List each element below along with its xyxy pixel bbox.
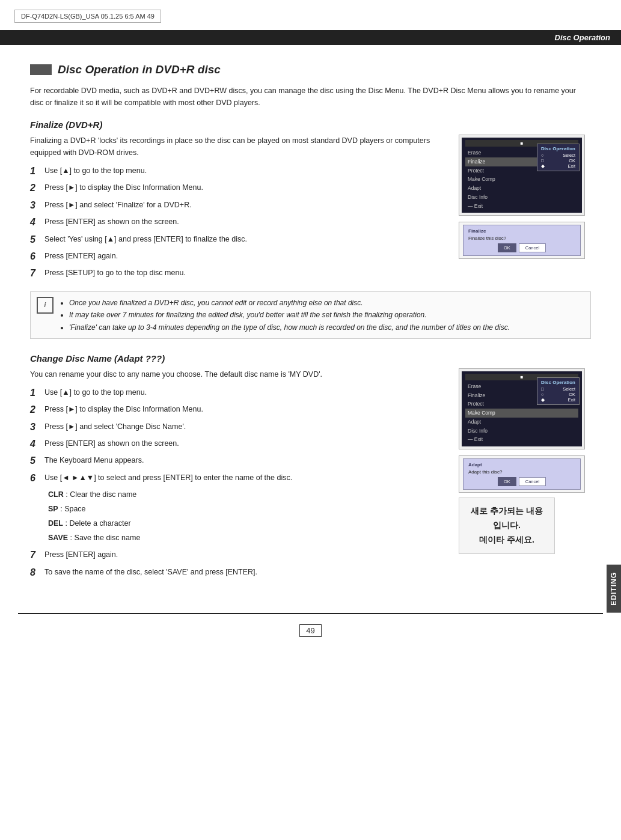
- change-disc-dialog-inner: Adapt Adapt this disc? OK Cancel: [463, 458, 581, 490]
- finalize-overlay-select: ○Select: [541, 153, 575, 158]
- section-main-title: Disc Operation in DVD+R disc: [58, 63, 221, 76]
- change-disc-layout: You can rename your disc to any name you…: [30, 368, 591, 583]
- change-disc-ok-button[interactable]: OK: [498, 477, 516, 486]
- finalize-dialog-title: Finalize: [468, 228, 575, 234]
- finalize-overlay-exit: ◆Exit: [541, 163, 575, 169]
- finalize-cancel-button[interactable]: Cancel: [519, 243, 546, 252]
- change-disc-overlay-exit: ◆Exit: [541, 397, 575, 403]
- change-disc-step-1: 1 Use [▲] to go to the top menu.: [30, 386, 447, 400]
- section-title-block: Disc Operation in DVD+R disc: [30, 63, 591, 76]
- finalize-step-2: 2 Press [►] to display the Disc Informat…: [30, 181, 447, 195]
- footer-rule: [18, 613, 603, 614]
- change-disc-screenshot-1: ■ Erase Finalize Protect Make Comp Adapt…: [459, 368, 585, 449]
- ss-menu-discinfo: Disc Info: [465, 193, 578, 202]
- change-disc-dialog-box: Adapt Adapt this disc? OK Cancel: [459, 455, 585, 493]
- korean-note-line1: 새로 추가되는 내용입니다.: [468, 504, 546, 533]
- change-disc-step-2: 2 Press [►] to display the Disc Informat…: [30, 403, 447, 416]
- change-disc-screenshots: ■ Erase Finalize Protect Make Comp Adapt…: [459, 368, 591, 554]
- finalize-steps-col: Finalizing a DVD+R 'locks' its recording…: [30, 135, 447, 284]
- finalize-step-3: 3 Press [►] and select 'Finalize' for a …: [30, 199, 447, 212]
- note-list: Once you have finalized a DVD+R disc, yo…: [60, 297, 510, 333]
- page-number-area: 49: [0, 626, 621, 635]
- cd-ss-menu-adapt: Adapt: [465, 418, 578, 427]
- finalize-overlay-title: Disc Operation: [541, 146, 575, 151]
- page-number: 49: [299, 624, 321, 637]
- finalize-intro: Finalizing a DVD+R 'locks' its recording…: [30, 135, 447, 159]
- finalize-heading: Finalize (DVD+R): [30, 120, 591, 130]
- section-intro: For recordable DVD media, such as DVD+R …: [30, 85, 591, 109]
- cd-ss-menu-discinfo: Disc Info: [465, 427, 578, 436]
- change-disc-overlay-ok: ○OK: [541, 392, 575, 397]
- change-disc-dialog-text: Adapt this disc?: [468, 469, 575, 475]
- finalize-screenshot-1: ■ Erase Finalize Protect Make Comp Adapt…: [459, 135, 585, 216]
- finalize-dialog-box: Finalize Finalize this disc? OK Cancel: [459, 222, 585, 259]
- finalize-overlay-ok: □OK: [541, 158, 575, 163]
- sub-item-save: SAVE : Save the disc name: [48, 532, 447, 544]
- sub-item-clr: CLR : Clear the disc name: [48, 488, 447, 501]
- korean-note-line2: 데이타 주세요.: [468, 533, 546, 547]
- finalize-ok-button[interactable]: OK: [498, 243, 516, 252]
- finalize-layout: Finalizing a DVD+R 'locks' its recording…: [30, 135, 591, 284]
- finalize-section: Finalize (DVD+R) Finalizing a DVD+R 'loc…: [30, 120, 591, 339]
- change-disc-step-7: 7 Press [ENTER] again.: [30, 549, 447, 562]
- change-disc-steps-col: You can rename your disc to any name you…: [30, 368, 447, 583]
- change-disc-step-3: 3 Press [►] and select 'Change Disc Name…: [30, 421, 447, 434]
- header-title: Disc Operation: [555, 33, 610, 42]
- finalize-dialog-buttons: OK Cancel: [468, 243, 575, 252]
- cd-ss-menu-exit: — Exit: [465, 435, 578, 444]
- change-disc-cancel-button[interactable]: Cancel: [519, 477, 546, 486]
- korean-note-box: 새로 추가되는 내용입니다. 데이타 주세요.: [459, 498, 555, 553]
- finalize-dialog-inner: Finalize Finalize this disc? OK Cancel: [463, 225, 581, 256]
- header-strip: Disc Operation: [0, 30, 621, 45]
- finalize-step-1: 1 Use [▲] to go to the top menu.: [30, 165, 447, 178]
- finalize-notes: i Once you have finalized a DVD+R disc, …: [30, 291, 591, 339]
- note-item-2: It may take over 7 minutes for finalizin…: [69, 309, 510, 321]
- change-disc-overlay-title: Disc Operation: [541, 380, 575, 385]
- change-disc-overlay-select: □Select: [541, 386, 575, 392]
- change-disc-step-5: 5 The Keyboard Menu appears.: [30, 454, 447, 467]
- top-bar-label: DF-Q74D2N-LS(GB)_USA 05.1.25 6:5 AM 49: [14, 10, 161, 23]
- finalize-step-6: 6 Press [ENTER] again.: [30, 250, 447, 263]
- title-bar-decoration: [30, 64, 52, 75]
- ss-menu-exit: — Exit: [465, 202, 578, 211]
- ss-menu-makecomp: Make Comp: [465, 175, 578, 184]
- change-disc-ss-overlay: Disc Operation □Select ○OK ◆Exit: [537, 377, 580, 405]
- finalize-step-7: 7 Press [SETUP] to go to the top disc me…: [30, 267, 447, 280]
- note-item-3: 'Finalize' can take up to 3-4 minutes de…: [69, 321, 510, 333]
- finalize-step-5: 5 Select 'Yes' using [▲] and press [ENTE…: [30, 233, 447, 246]
- cd-ss-menu-makecomp: Make Comp: [465, 409, 578, 418]
- finalize-step-4: 4 Press [ENTER] as shown on the screen.: [30, 216, 447, 229]
- finalize-ss-overlay: Disc Operation ○Select □OK ◆Exit: [537, 144, 580, 171]
- change-disc-dialog-buttons: OK Cancel: [468, 477, 575, 486]
- change-disc-intro: You can rename your disc to any name you…: [30, 368, 447, 380]
- change-disc-section: Change Disc Name (Adapt ???) You can ren…: [30, 353, 591, 583]
- editing-tab: EDITING: [607, 565, 621, 613]
- note-icon: i: [37, 297, 54, 314]
- sub-item-del: DEL : Delete a character: [48, 517, 447, 529]
- sub-item-sp: SP : Space: [48, 503, 447, 515]
- change-disc-step-8: 8 To save the name of the disc, select '…: [30, 566, 447, 579]
- change-disc-step-6: 6 Use [◄ ►▲▼] to select and press [ENTER…: [30, 472, 447, 485]
- change-disc-dialog-title: Adapt: [468, 462, 575, 467]
- change-disc-ss-inner: ■ Erase Finalize Protect Make Comp Adapt…: [462, 371, 582, 446]
- finalize-screenshots: ■ Erase Finalize Protect Make Comp Adapt…: [459, 135, 591, 259]
- note-item-1: Once you have finalized a DVD+R disc, yo…: [69, 297, 510, 309]
- ss-menu-adapt: Adapt: [465, 184, 578, 193]
- finalize-ss-inner: ■ Erase Finalize Protect Make Comp Adapt…: [462, 138, 582, 213]
- finalize-dialog-text: Finalize this disc?: [468, 236, 575, 241]
- change-disc-heading: Change Disc Name (Adapt ???): [30, 353, 591, 364]
- change-disc-step-4: 4 Press [ENTER] as shown on the screen.: [30, 437, 447, 451]
